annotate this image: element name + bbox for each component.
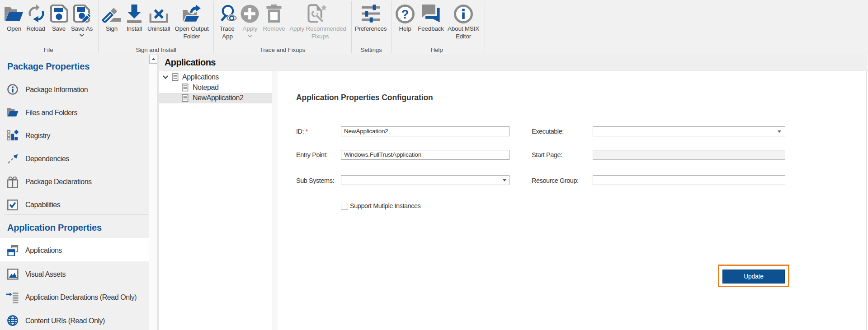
svg-text:?: ? bbox=[401, 8, 409, 21]
